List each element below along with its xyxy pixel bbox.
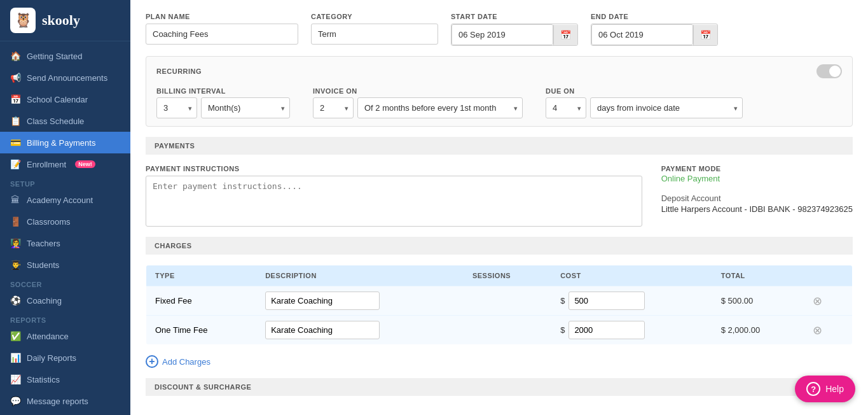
sidebar-item-label: Billing & Payments bbox=[27, 138, 95, 148]
invoice-on-option-wrapper: Of 2 months before every 1st month bbox=[357, 97, 523, 118]
due-on-num-select[interactable]: 4 1 2 bbox=[546, 97, 586, 118]
start-date-wrapper: 📅 bbox=[451, 24, 578, 46]
invoice-on-label: Invoice On bbox=[313, 87, 523, 95]
end-date-input[interactable] bbox=[591, 24, 693, 45]
sidebar-item-label: Statistics bbox=[27, 375, 60, 384]
dollar-sign-2: $ bbox=[560, 325, 565, 335]
billing-icon: 💳 bbox=[10, 137, 20, 148]
billing-interval-num-select[interactable]: 3 1 2 6 bbox=[156, 97, 197, 118]
sidebar-item-enrollment[interactable]: 📝 Enrollment New! bbox=[0, 153, 130, 175]
table-row: Fixed Fee $ $ 500.00 ⊗ bbox=[146, 286, 853, 316]
col-type: TYPE bbox=[146, 265, 257, 286]
sidebar-item-students[interactable]: 👨‍🎓 Students bbox=[0, 254, 130, 276]
total-value-1: $ 500.00 bbox=[721, 296, 754, 306]
cost-input-1[interactable] bbox=[568, 292, 645, 310]
sidebar-item-label: Send Announcements bbox=[27, 73, 107, 83]
sidebar-item-send-announcements[interactable]: 📢 Send Announcements bbox=[0, 67, 130, 88]
discount-surcharge-header: DISCOUNT & SURCHARGE bbox=[146, 378, 853, 396]
classrooms-icon: 🚪 bbox=[10, 216, 20, 227]
app-name: skooly bbox=[42, 12, 80, 29]
plus-circle-icon: + bbox=[146, 355, 158, 368]
category-group: CATEGORY bbox=[311, 13, 438, 46]
due-on-option-select[interactable]: days from invoice date bbox=[590, 97, 743, 118]
teachers-icon: 👩‍🏫 bbox=[10, 238, 20, 248]
message-icon: 💬 bbox=[10, 396, 20, 406]
dollar-sign-1: $ bbox=[560, 296, 565, 306]
sidebar-item-label: Attendance bbox=[27, 332, 69, 341]
start-date-calendar-button[interactable]: 📅 bbox=[553, 25, 577, 45]
sidebar-item-daily-reports[interactable]: 📊 Daily Reports bbox=[0, 347, 130, 369]
sidebar-item-message-reports[interactable]: 💬 Message reports bbox=[0, 390, 130, 412]
description-input-2[interactable] bbox=[265, 321, 380, 339]
description-input-1[interactable] bbox=[265, 292, 380, 310]
plan-name-input[interactable] bbox=[146, 24, 298, 45]
sidebar-item-coaching[interactable]: ⚽ Coaching bbox=[0, 290, 130, 311]
start-date-input[interactable] bbox=[451, 24, 553, 45]
sidebar-item-label: Coaching bbox=[27, 296, 62, 306]
sidebar-item-label: Message reports bbox=[27, 397, 88, 406]
sidebar-item-label: Academy Account bbox=[27, 195, 93, 205]
owl-emoji: 🦉 bbox=[15, 12, 32, 29]
sidebar-item-statistics[interactable]: 📈 Statistics bbox=[0, 369, 130, 390]
schedule-icon: 📋 bbox=[10, 116, 20, 126]
plan-name-group: PLAN NAME bbox=[146, 13, 298, 46]
logo-icon: 🦉 bbox=[10, 8, 36, 33]
invoice-on-num-select[interactable]: 2 1 3 bbox=[313, 97, 354, 118]
sidebar-item-assessments[interactable]: 📝 Assessments Coming Soon bbox=[0, 412, 130, 415]
sidebar-item-getting-started[interactable]: 🏠 Getting Started bbox=[0, 45, 130, 67]
row-cost-2: $ bbox=[551, 316, 712, 345]
reports-section-header: REPORTS bbox=[0, 311, 130, 325]
cost-input-2[interactable] bbox=[568, 321, 645, 339]
row-type: Fixed Fee bbox=[146, 286, 257, 316]
statistics-icon: 📈 bbox=[10, 374, 20, 384]
row-description bbox=[256, 286, 464, 316]
help-circle-icon: ? bbox=[806, 382, 820, 396]
sidebar-nav: 🏠 Getting Started 📢 Send Announcements 📅… bbox=[0, 41, 130, 415]
billing-interval-num-wrapper: 3 1 2 6 bbox=[156, 97, 197, 118]
academy-icon: 🏛 bbox=[10, 195, 20, 205]
sidebar-item-academy-account[interactable]: 🏛 Academy Account bbox=[0, 189, 130, 211]
deposit-account-value: Little Harpers Account - IDBI BANK - 982… bbox=[661, 204, 853, 214]
start-date-label: START DATE bbox=[451, 13, 578, 20]
announcement-icon: 📢 bbox=[10, 73, 20, 83]
sidebar-item-teachers[interactable]: 👩‍🏫 Teachers bbox=[0, 232, 130, 254]
sidebar-item-label: Daily Reports bbox=[27, 353, 76, 363]
row-total-2: $ 2,000.00 bbox=[712, 316, 801, 345]
col-cost: COST bbox=[551, 265, 712, 286]
billing-interval-unit-select[interactable]: Month(s) Week(s) Year(s) bbox=[201, 97, 290, 118]
help-button[interactable]: ? Help bbox=[795, 376, 855, 402]
due-on-label: Due on bbox=[546, 87, 743, 95]
sidebar-item-classrooms[interactable]: 🚪 Classrooms bbox=[0, 211, 130, 232]
row-sessions-2 bbox=[464, 316, 551, 345]
col-sessions: SESSIONS bbox=[464, 265, 551, 286]
charges-section-header: CHARGES bbox=[146, 237, 853, 255]
charges-table-header: TYPE DESCRIPTION SESSIONS COST TOTAL bbox=[146, 265, 853, 286]
sidebar-item-label: Enrollment bbox=[27, 160, 66, 169]
sidebar-item-label: Teachers bbox=[27, 239, 60, 248]
sidebar-item-billing-payments[interactable]: 💳 Billing & Payments bbox=[0, 132, 130, 153]
invoice-on-option-select[interactable]: Of 2 months before every 1st month bbox=[357, 97, 523, 118]
payment-mode-group: PAYMENT MODE Online Payment Deposit Acco… bbox=[661, 165, 853, 227]
category-input[interactable] bbox=[311, 24, 438, 45]
soccer-section-header: SOCCER bbox=[0, 276, 130, 290]
remove-row-1-button[interactable]: ⊗ bbox=[810, 294, 825, 308]
remove-row-2-button[interactable]: ⊗ bbox=[810, 323, 825, 337]
payment-mode-label: PAYMENT MODE bbox=[661, 165, 853, 172]
row-action-1: ⊗ bbox=[801, 286, 853, 316]
add-charges-button[interactable]: + Add Charges bbox=[146, 350, 210, 373]
add-charges-label: Add Charges bbox=[162, 357, 210, 367]
payment-mode-value: Online Payment bbox=[661, 174, 853, 183]
payment-mode-item: PAYMENT MODE Online Payment bbox=[661, 165, 853, 183]
cost-cell-2: $ bbox=[560, 321, 703, 339]
billing-interval-label: Billing Interval bbox=[156, 87, 290, 95]
sidebar-item-attendance[interactable]: ✅ Attendance bbox=[0, 325, 130, 347]
recurring-toggle[interactable] bbox=[816, 64, 842, 78]
payment-instructions-textarea[interactable] bbox=[146, 176, 642, 227]
sidebar-item-class-schedule[interactable]: 📋 Class Schedule bbox=[0, 110, 130, 132]
help-label: Help bbox=[825, 384, 844, 394]
row-type-2: One Time Fee bbox=[146, 316, 257, 345]
deposit-account-label: Deposit Account bbox=[661, 193, 853, 203]
attendance-icon: ✅ bbox=[10, 331, 20, 341]
sidebar-item-school-calendar[interactable]: 📅 School Calendar bbox=[0, 88, 130, 110]
end-date-calendar-button[interactable]: 📅 bbox=[693, 25, 717, 45]
